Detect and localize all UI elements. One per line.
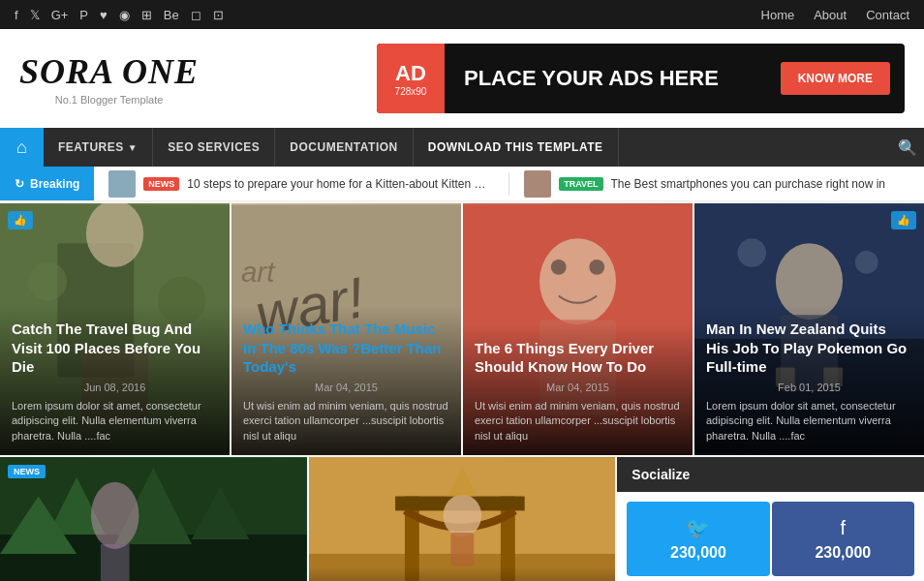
card-3-excerpt: Ut wisi enim ad minim veniam, quis nostr… [475,399,681,443]
breaking-label: ↻ Breaking [0,167,94,200]
svg-point-13 [551,260,567,275]
search-icon: 🔍 [898,138,917,157]
nav-download[interactable]: DOWNLOAD THIS TEMPLATE [414,128,619,167]
bottom-section: NEWS The 6 things every driver should kn… [0,457,924,581]
home-icon: ⌂ [16,138,27,158]
card-4-excerpt: Lorem ipsum dolor sit amet, consectetur … [706,399,912,443]
facebook-count: 230,000 [815,544,871,562]
breaking-thumb-2 [524,170,551,198]
header: SORA ONE No.1 Blogger Template AD 728x90… [0,29,924,128]
svg-point-4 [29,262,68,301]
news-badge-bottom: NEWS [8,465,46,478]
home-button[interactable]: ⌂ [0,128,44,167]
facebook-icon: f [841,517,847,539]
travel-badge: TRAVEL [559,177,602,191]
nav-bar: ⌂ FEATURES ▼ SEO SERVICES DOCUMENTATION … [0,128,924,167]
card-4-overlay: Man In New Zealand Quits His Job To Play… [694,305,924,455]
twitter-icon[interactable]: 𝕏 [30,8,40,22]
breaking-text-1[interactable]: 10 steps to prepare your home for a Kitt… [187,177,494,191]
card-3[interactable]: The 6 Things Every Driver Should Know Ho… [463,203,693,455]
card-1-date: Jun 08, 2016 [12,382,218,393]
svg-rect-37 [450,533,474,566]
nav-features[interactable]: FEATURES ▼ [44,128,153,167]
svg-point-19 [737,238,766,267]
bottom-card-1-image [0,457,307,581]
breaking-bar: ↻ Breaking NEWS 10 steps to prepare your… [0,167,924,201]
nav-about[interactable]: About [814,8,847,22]
search-button[interactable]: 🔍 [890,128,924,167]
top-nav: Home About Contact [761,8,909,22]
breaking-item-1: NEWS 10 steps to prepare your home for a… [94,170,508,198]
card-2[interactable]: war! art Who Thinks That The Music In Th… [231,203,461,455]
social-buttons: 🐦 230,000 f 230,000 [617,492,924,581]
twitter-count: 230,000 [670,544,726,562]
svg-point-29 [91,482,139,549]
bottom-card-2[interactable]: The 6 things every driver should know Ho… [309,457,616,581]
breaking-thumb-1 [108,170,136,198]
rss-icon[interactable]: ⊞ [141,8,152,22]
social-icons: f 𝕏 G+ P ♥ ◉ ⊞ Be ◻ ⊡ [15,8,224,22]
card-1-excerpt: Lorem ipsum dolor sit amet, consectetur … [12,399,218,443]
breaking-text-2[interactable]: The Best smartphones you can purchase ri… [611,177,886,191]
nav-contact[interactable]: Contact [866,8,909,22]
news-badge-1: NEWS [143,177,179,191]
nav-home[interactable]: Home [761,8,795,22]
card-1[interactable]: 👍 Catch The Travel Bug And Visit 100 Pla… [0,203,230,455]
card-2-excerpt: Ut wisi enim ad minim veniam, quis nostr… [243,399,449,443]
card-4[interactable]: 👍 Man In New Zealand Quits His Job To Pl… [694,203,924,455]
twitter-icon: 🐦 [686,516,710,539]
facebook-icon[interactable]: f [15,8,18,22]
nav-seo[interactable]: SEO SERVICES [153,128,275,167]
know-more-button[interactable]: KNOW MORE [781,62,890,95]
facebook-button[interactable]: f 230,000 [772,502,914,576]
pinterest-icon[interactable]: P [79,8,88,22]
card-3-title: The 6 Things Every Driver Should Know Ho… [475,339,681,377]
sidebar: Socialize 🐦 230,000 f 230,000 [617,457,924,581]
ad-label: AD 728x90 [377,44,445,113]
card-2-date: Mar 04, 2015 [243,382,449,393]
svg-point-20 [855,251,878,274]
bottom-card-2-overlay: The 6 things every driver should know Ho… [309,567,616,581]
card-4-date: Feb 01, 2015 [706,382,912,393]
ad-banner: AD 728x90 PLACE YOUR ADS HERE KNOW MORE [377,44,905,113]
card-1-title: Catch The Travel Bug And Visit 100 Place… [12,320,218,377]
dribbble-icon[interactable]: ◉ [119,8,130,22]
nav-links: FEATURES ▼ SEO SERVICES DOCUMENTATION DO… [44,128,890,167]
bottom-card-1[interactable]: NEWS [0,457,307,581]
card-2-overlay: Who Thinks That The Music In The 80s Was… [231,305,461,455]
breaking-item-2: TRAVEL The Best smartphones you can purc… [509,170,924,198]
card-3-overlay: The 6 Things Every Driver Should Know Ho… [463,324,693,455]
svg-point-14 [589,260,604,275]
logo-area: SORA ONE No.1 Blogger Template [19,51,199,106]
ad-size: 728x90 [395,86,427,97]
site-logo[interactable]: SORA ONE [19,51,199,92]
instagram-icon[interactable]: ◻ [191,8,201,22]
nav-docs[interactable]: DOCUMENTATION [275,128,413,167]
top-bar: f 𝕏 G+ P ♥ ◉ ⊞ Be ◻ ⊡ Home About Contact [0,0,924,29]
site-tagline: No.1 Blogger Template [19,94,199,106]
card-4-title: Man In New Zealand Quits His Job To Play… [706,320,912,377]
card-2-title: Who Thinks That The Music In The 80s Was… [243,320,449,377]
sidebar-title: Socialize [617,457,924,492]
bottom-card-2-image [309,457,616,581]
misc-icon[interactable]: ⊡ [213,8,224,22]
twitter-button[interactable]: 🐦 230,000 [627,502,769,576]
card-3-date: Mar 04, 2015 [475,382,681,393]
cards-grid: 👍 Catch The Travel Bug And Visit 100 Pla… [0,203,924,455]
svg-rect-30 [101,544,130,581]
card-1-overlay: Catch The Travel Bug And Visit 100 Place… [0,305,230,455]
heart-icon[interactable]: ♥ [100,8,108,22]
googleplus-icon[interactable]: G+ [51,8,69,22]
breaking-icon: ↻ [15,177,24,191]
svg-point-36 [443,495,481,537]
card-1-like[interactable]: 👍 [8,211,33,229]
card-4-like[interactable]: 👍 [891,211,916,229]
arrow-icon: ▼ [128,142,138,153]
svg-point-11 [539,238,616,324]
behance-icon[interactable]: Be [164,8,179,22]
ad-text: PLACE YOUR ADS HERE [445,66,781,91]
